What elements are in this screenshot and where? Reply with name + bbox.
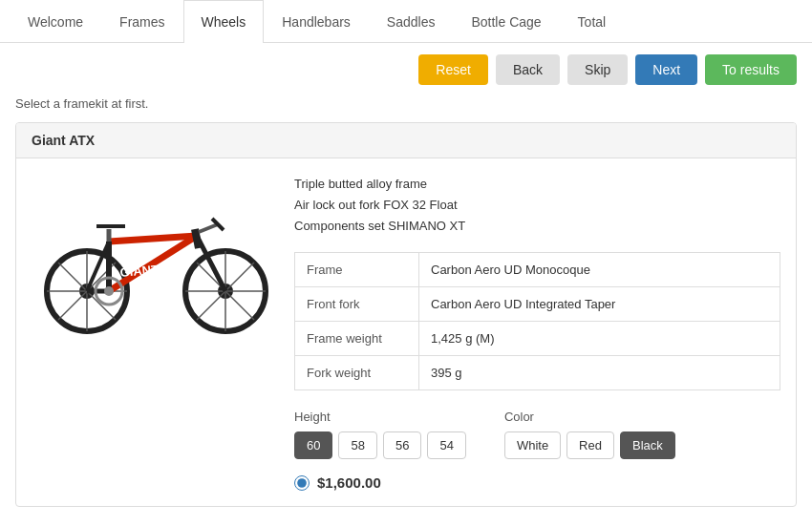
spec-label-frame: Frame	[295, 253, 419, 287]
product-details: Triple butted alloy frame Air lock out f…	[294, 174, 780, 491]
tab-handlebars[interactable]: Handlebars	[264, 0, 369, 43]
spec-label-frontfork: Front fork	[295, 287, 419, 322]
product-image: GIANT	[32, 174, 275, 341]
height-btn-58[interactable]: 58	[338, 431, 376, 459]
desc-line3: Components set SHIMANO XT	[294, 216, 780, 237]
product-body: GIANT Triple butted alloy frame Air lock…	[16, 158, 796, 506]
tab-total[interactable]: Total	[560, 0, 625, 43]
spec-row-forkweight: Fork weight 395 g	[295, 356, 780, 390]
height-option-group: Height 60 58 56 54	[294, 410, 466, 459]
height-btn-60[interactable]: 60	[294, 431, 332, 459]
svg-line-19	[195, 229, 199, 248]
results-button[interactable]: To results	[705, 54, 797, 85]
spec-value-forkweight: 395 g	[419, 356, 780, 390]
tab-wheels[interactable]: Wheels	[183, 0, 265, 43]
tab-bar: Welcome Frames Wheels Handlebars Saddles…	[0, 0, 812, 43]
tab-bottlecage[interactable]: Bottle Cage	[453, 0, 559, 43]
desc-line2: Air lock out fork FOX 32 Float	[294, 195, 780, 216]
spec-label-frameweight: Frame weight	[295, 322, 419, 356]
tab-saddles[interactable]: Saddles	[369, 0, 454, 43]
height-label: Height	[294, 410, 466, 424]
skip-button[interactable]: Skip	[567, 54, 628, 85]
price-radio[interactable]	[294, 475, 310, 491]
main-content: Select a framekit at first. Giant ATX	[0, 96, 812, 522]
color-btn-red[interactable]: Red	[566, 431, 614, 459]
product-card: Giant ATX	[15, 122, 797, 507]
price-row: $1,600.00	[294, 474, 780, 491]
next-button[interactable]: Next	[635, 54, 697, 85]
toolbar: Reset Back Skip Next To results	[0, 43, 812, 96]
color-btn-black[interactable]: Black	[620, 431, 675, 459]
spec-value-frameweight: 1,425 g (M)	[419, 322, 780, 356]
svg-point-26	[104, 286, 114, 296]
select-hint: Select a framekit at first.	[15, 96, 797, 111]
product-title: Giant ATX	[16, 123, 796, 158]
back-button[interactable]: Back	[496, 54, 560, 85]
tab-frames[interactable]: Frames	[101, 0, 182, 43]
spec-row-frameweight: Frame weight 1,425 g (M)	[295, 322, 780, 356]
color-label: Color	[504, 410, 675, 424]
price-text: $1,600.00	[317, 474, 381, 491]
desc-line1: Triple butted alloy frame	[294, 174, 780, 195]
color-option-group: Color White Red Black	[504, 410, 675, 459]
reset-button[interactable]: Reset	[418, 54, 488, 85]
color-btn-white[interactable]: White	[504, 431, 561, 459]
spec-row-frame: Frame Carbon Aero UD Monocoque	[295, 253, 780, 287]
product-description: Triple butted alloy frame Air lock out f…	[294, 174, 780, 237]
height-btn-54[interactable]: 54	[427, 431, 465, 459]
bike-svg: GIANT	[34, 177, 273, 339]
specs-table: Frame Carbon Aero UD Monocoque Front for…	[294, 252, 780, 390]
spec-value-frontfork: Carbon Aero UD Integrated Taper	[419, 287, 780, 322]
spec-label-forkweight: Fork weight	[295, 356, 419, 390]
options-row: Height 60 58 56 54 Color White R	[294, 410, 780, 459]
spec-row-frontfork: Front fork Carbon Aero UD Integrated Tap…	[295, 287, 780, 322]
color-buttons: White Red Black	[504, 431, 675, 459]
height-btn-56[interactable]: 56	[383, 431, 421, 459]
height-buttons: 60 58 56 54	[294, 431, 466, 459]
spec-value-frame: Carbon Aero UD Monocoque	[419, 253, 780, 287]
tab-welcome[interactable]: Welcome	[10, 0, 101, 43]
